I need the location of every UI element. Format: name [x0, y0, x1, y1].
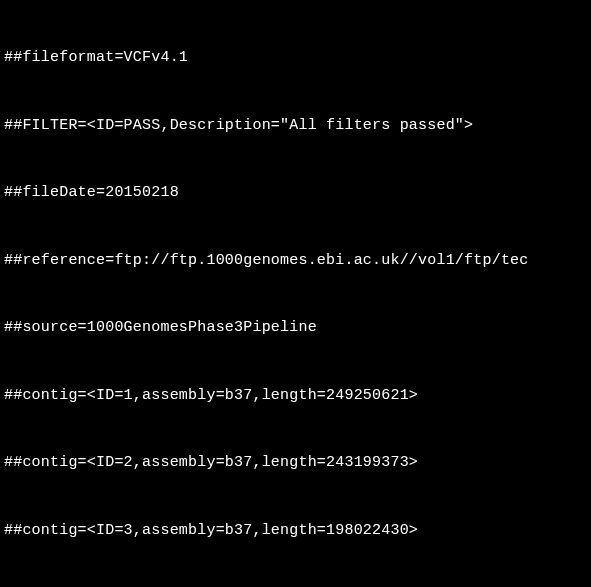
terminal-output[interactable]: ##fileformat=VCFv4.1 ##FILTER=<ID=PASS,D… [0, 0, 591, 587]
vcf-header-line: ##fileDate=20150218 [4, 182, 591, 205]
vcf-header-line: ##source=1000GenomesPhase3Pipeline [4, 317, 591, 340]
vcf-header-line: ##contig=<ID=3,assembly=b37,length=19802… [4, 520, 591, 543]
vcf-header-line: ##fileformat=VCFv4.1 [4, 47, 591, 70]
vcf-header-line: ##contig=<ID=2,assembly=b37,length=24319… [4, 452, 591, 475]
vcf-header-line: ##reference=ftp://ftp.1000genomes.ebi.ac… [4, 250, 591, 273]
vcf-header-line: ##FILTER=<ID=PASS,Description="All filte… [4, 115, 591, 138]
vcf-header-line: ##contig=<ID=1,assembly=b37,length=24925… [4, 385, 591, 408]
